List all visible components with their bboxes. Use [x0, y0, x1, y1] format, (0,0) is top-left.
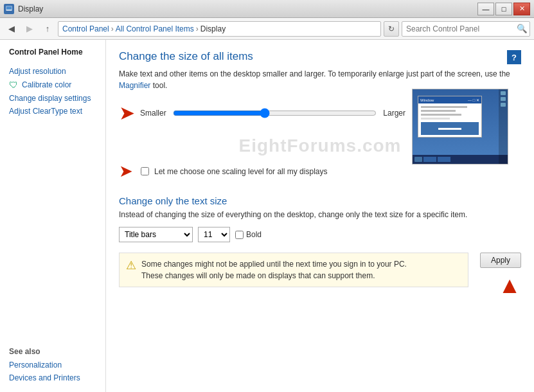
content-area: ? Change the size of all items Make text… [106, 40, 534, 392]
scaling-label[interactable]: Let me choose one scaling level for all … [154, 167, 327, 176]
path-current: Display [200, 24, 226, 33]
adjust-cleartype-label: Adjust ClearType text [9, 107, 82, 116]
warning-text: Some changes might not be applied until … [141, 258, 407, 281]
refresh-button[interactable]: ↻ [384, 21, 399, 37]
help-button[interactable]: ? [507, 50, 521, 64]
sidebar-calibrate-color[interactable]: 🛡 Calibrate color [0, 78, 105, 92]
maximize-button[interactable]: □ [495, 3, 512, 15]
font-size-dropdown[interactable]: 11 8 9 10 12 14 [198, 227, 230, 242]
item-type-dropdown[interactable]: Title bars Menus Message boxes Palette t… [119, 227, 193, 242]
devices-printers-label: Devices and Printers [9, 373, 80, 382]
apply-button[interactable]: Apply [480, 253, 521, 268]
sidebar-adjust-cleartype[interactable]: Adjust ClearType text [0, 105, 105, 118]
warning-icon: ⚠ [126, 258, 136, 272]
window-controls: — □ ✕ [477, 3, 530, 15]
address-bar: ◀ ▶ ↑ Control Panel › All Control Panel … [0, 18, 534, 40]
minimize-button[interactable]: — [477, 3, 494, 15]
adjust-resolution-label: Adjust resolution [9, 67, 66, 76]
sub-desc: Instead of changing the size of everythi… [119, 210, 521, 219]
close-button[interactable]: ✕ [513, 3, 530, 15]
svg-rect-1 [6, 6, 12, 10]
sidebar-change-display-settings[interactable]: Change display settings [0, 92, 105, 105]
see-also-label: See also [0, 341, 105, 359]
bold-checkbox[interactable] [235, 231, 244, 239]
path-all-items[interactable]: All Control Panel Items [116, 24, 194, 33]
sidebar-personalization[interactable]: Personalization [0, 359, 105, 371]
change-display-label: Change display settings [9, 94, 91, 103]
sub-title: Change only the text size [119, 195, 521, 206]
address-path: Control Panel › All Control Panel Items … [58, 21, 381, 37]
bold-label[interactable]: Bold [246, 230, 262, 239]
text-size-controls: Title bars Menus Message boxes Palette t… [119, 227, 521, 242]
back-button[interactable]: ◀ [4, 21, 19, 37]
up-button[interactable]: ↑ [40, 21, 55, 37]
window-icon [4, 4, 14, 14]
calibrate-color-label: Calibrate color [22, 80, 71, 89]
window-title: Display [18, 4, 43, 13]
smaller-label: Smaller [140, 109, 166, 118]
main-layout: Control Panel Home Adjust resolution 🛡 C… [0, 40, 534, 392]
apply-section: Apply ▲ [475, 253, 521, 299]
forward-button[interactable]: ▶ [22, 21, 37, 37]
sidebar: Control Panel Home Adjust resolution 🛡 C… [0, 40, 106, 392]
slider-row: ➤ Smaller Larger [119, 102, 405, 124]
sidebar-home[interactable]: Control Panel Home [0, 48, 105, 58]
checkbox-arrow-icon: ➤ [119, 161, 133, 181]
size-slider[interactable] [173, 108, 377, 118]
title-bar: Display — □ ✕ [0, 0, 534, 18]
right-arrow-icon: ➤ [119, 102, 135, 124]
search-button[interactable]: 🔍 [514, 21, 530, 37]
path-control-panel[interactable]: Control Panel [62, 24, 109, 33]
sidebar-home-label: Control Panel Home [9, 48, 83, 57]
larger-label: Larger [383, 109, 405, 118]
preview-image: Window— □ ✕ [412, 89, 508, 165]
shield-icon: 🛡 [9, 80, 18, 90]
main-description: Make text and other items on the desktop… [119, 68, 521, 91]
sidebar-devices-printers[interactable]: Devices and Printers [0, 371, 105, 384]
magnifier-link[interactable]: Magnifier [119, 81, 150, 90]
sidebar-adjust-resolution[interactable]: Adjust resolution [0, 65, 105, 78]
personalization-label: Personalization [9, 361, 62, 370]
bold-check-row: Bold [235, 230, 262, 239]
search-box: 🔍 [402, 21, 530, 37]
bottom-section: ⚠ Some changes might not be applied unti… [119, 253, 521, 299]
warning-row: ⚠ Some changes might not be applied unti… [119, 253, 468, 287]
search-input[interactable] [402, 24, 514, 33]
scaling-checkbox[interactable] [141, 167, 149, 175]
up-arrow-icon: ▲ [498, 272, 521, 299]
main-title: Change the size of all items [119, 50, 521, 63]
